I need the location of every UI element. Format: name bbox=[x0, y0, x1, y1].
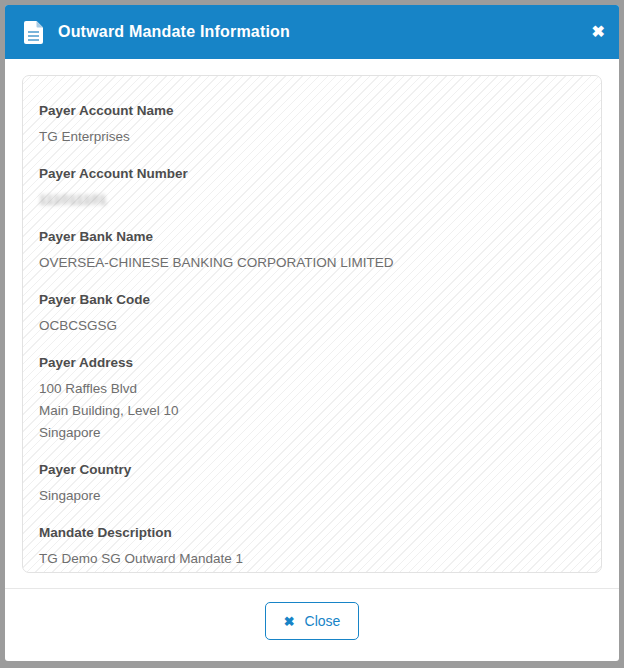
field-mandate-description: Mandate Description TG Demo SG Outward M… bbox=[39, 524, 585, 570]
outward-mandate-modal: Outward Mandate Information ✖ Payer Acco… bbox=[5, 5, 619, 661]
close-icon[interactable]: ✖ bbox=[592, 24, 605, 40]
close-button[interactable]: ✖ Close bbox=[265, 602, 360, 640]
field-payer-address: Payer Address 100 Raffles Blvd Main Buil… bbox=[39, 354, 585, 444]
modal-frame: Outward Mandate Information ✖ Payer Acco… bbox=[0, 0, 624, 668]
field-value: OVERSEA-CHINESE BANKING CORPORATION LIMI… bbox=[39, 252, 585, 274]
modal-body: Payer Account Name TG Enterprises Payer … bbox=[5, 59, 619, 661]
close-button-label: Close bbox=[305, 613, 341, 629]
field-label: Payer Bank Name bbox=[39, 228, 585, 245]
field-label: Payer Account Name bbox=[39, 102, 585, 119]
field-value: Main Building, Level 10 bbox=[39, 400, 585, 422]
field-label: Payer Account Number bbox=[39, 165, 585, 182]
field-value: Singapore bbox=[39, 485, 585, 507]
document-icon bbox=[24, 21, 43, 44]
field-value: Singapore bbox=[39, 422, 585, 444]
modal-title: Outward Mandate Information bbox=[58, 23, 290, 41]
field-payer-country: Payer Country Singapore bbox=[39, 461, 585, 507]
field-label: Mandate Description bbox=[39, 524, 585, 541]
field-value: 100 Raffles Blvd bbox=[39, 378, 585, 400]
field-label: Payer Bank Code bbox=[39, 291, 585, 308]
modal-header: Outward Mandate Information ✖ bbox=[5, 5, 619, 59]
close-icon: ✖ bbox=[284, 615, 295, 628]
mandate-info-panel: Payer Account Name TG Enterprises Payer … bbox=[22, 75, 602, 573]
field-payer-bank-code: Payer Bank Code OCBCSGSG bbox=[39, 291, 585, 337]
field-value-masked: 111011101 bbox=[39, 189, 585, 211]
field-value: TG Enterprises bbox=[39, 126, 585, 148]
field-payer-account-name: Payer Account Name TG Enterprises bbox=[39, 102, 585, 148]
modal-footer: ✖ Close bbox=[5, 588, 619, 640]
field-value: OCBCSGSG bbox=[39, 315, 585, 337]
field-label: Payer Address bbox=[39, 354, 585, 371]
field-payer-bank-name: Payer Bank Name OVERSEA-CHINESE BANKING … bbox=[39, 228, 585, 274]
field-value: TG Demo SG Outward Mandate 1 bbox=[39, 548, 585, 570]
field-payer-account-number: Payer Account Number 111011101 bbox=[39, 165, 585, 211]
field-label: Payer Country bbox=[39, 461, 585, 478]
